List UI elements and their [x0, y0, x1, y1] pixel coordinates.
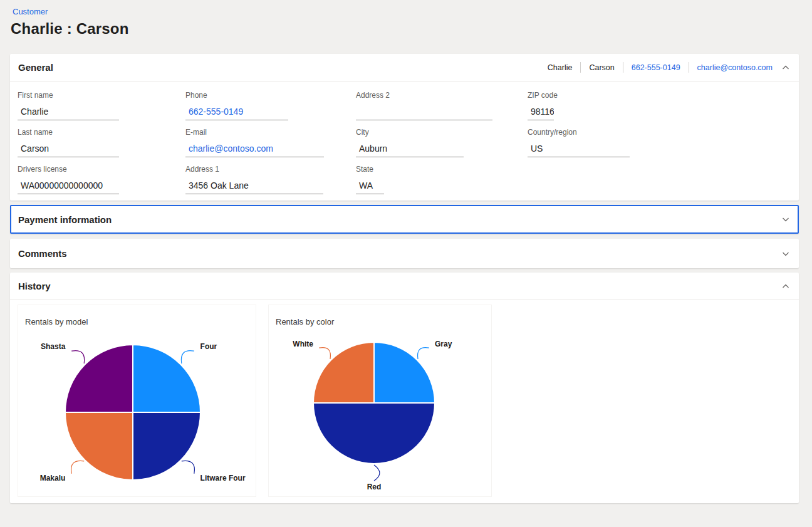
general-section-header[interactable]: General Charlie Carson 662-555-0149 char…	[10, 54, 799, 81]
field-phone: Phone 662-555-0149	[185, 91, 324, 120]
breadcrumb-customer-link[interactable]: Customer	[13, 7, 48, 16]
zip-code-input[interactable]: 98116	[528, 104, 554, 120]
first-name-input[interactable]: Charlie	[18, 104, 119, 120]
payment-information-section-card: Payment information	[10, 205, 799, 234]
field-drivers-license: Drivers license WA00000000000000	[18, 165, 119, 194]
field-label: State	[356, 165, 492, 174]
pie-leader-line-litware-four	[182, 461, 195, 473]
field-label: Address 1	[185, 165, 324, 174]
comments-section-title: Comments	[18, 248, 67, 259]
field-label: Last name	[18, 128, 119, 137]
pie-label-shasta: Shasta	[41, 342, 66, 351]
field-address-2: Address 2	[356, 91, 492, 120]
history-section-header[interactable]: History	[10, 273, 799, 300]
email-input[interactable]: charlie@contoso.com	[185, 141, 324, 157]
field-label: Address 2	[356, 91, 492, 100]
pie-leader-line-four	[181, 351, 194, 364]
field-label: City	[356, 128, 492, 137]
pie-chart-svg: GrayRedWhite	[269, 305, 491, 496]
drivers-license-input[interactable]: WA00000000000000	[18, 178, 119, 194]
pie-slice-gray[interactable]	[374, 342, 435, 403]
address-1-input[interactable]: 3456 Oak Lane	[185, 178, 323, 194]
pie-slice-makalu[interactable]	[65, 412, 133, 480]
history-section-title: History	[18, 281, 51, 291]
summary-divider	[580, 62, 581, 73]
pie-label-white: White	[293, 340, 313, 348]
payment-information-section-title: Payment information	[18, 214, 112, 225]
field-first-name: First name Charlie	[18, 91, 119, 120]
pie-chart-svg: FourLitware FourMakaluShasta	[18, 305, 256, 496]
pie-slice-litware-four[interactable]	[133, 412, 200, 480]
field-email: E-mail charlie@contoso.com	[185, 128, 324, 157]
field-address-1: Address 1 3456 Oak Lane	[185, 165, 324, 194]
field-label: Drivers license	[18, 165, 119, 174]
field-country-region: Country/region US	[528, 128, 630, 157]
history-charts-area: Rentals by model FourLitware FourMakaluS…	[10, 300, 799, 497]
pie-label-four: Four	[200, 342, 217, 351]
summary-divider	[689, 62, 689, 73]
field-city: City Auburn	[356, 128, 492, 157]
chevron-down-icon[interactable]	[781, 215, 790, 224]
pie-slice-four[interactable]	[133, 345, 200, 412]
field-label: Country/region	[528, 128, 630, 137]
country-region-input[interactable]: US	[528, 141, 630, 157]
address-2-input[interactable]	[356, 104, 492, 120]
customer-detail-page: { "colors": { "accent_blue": "#2266e3", …	[0, 0, 812, 527]
field-label: Phone	[185, 91, 324, 100]
summary-phone-link[interactable]: 662-555-0149	[632, 63, 680, 72]
pie-label-makalu: Makalu	[40, 474, 66, 483]
pie-leader-line-white	[319, 348, 330, 359]
pie-slice-white[interactable]	[313, 342, 374, 403]
general-form: First name Charlie Last name Carson Driv…	[10, 81, 799, 201]
chevron-down-icon[interactable]	[781, 249, 790, 258]
city-input[interactable]: Auburn	[356, 141, 464, 157]
pie-label-red: Red	[367, 483, 382, 491]
comments-section-header[interactable]: Comments	[10, 239, 799, 268]
page-title: Charlie : Carson	[11, 20, 129, 38]
general-section-card: General Charlie Carson 662-555-0149 char…	[10, 54, 799, 201]
history-section-card: History Rentals by model FourLitware Fou…	[10, 273, 799, 503]
pie-leader-line-gray	[418, 348, 429, 359]
chevron-up-icon[interactable]	[781, 63, 790, 72]
payment-information-section-header[interactable]: Payment information	[11, 206, 798, 232]
phone-input[interactable]: 662-555-0149	[185, 104, 288, 120]
pie-slice-shasta[interactable]	[65, 345, 133, 412]
pie-leader-line-red	[374, 465, 380, 481]
pie-leader-line-shasta	[71, 351, 84, 364]
rentals-by-color-chart: Rentals by color GrayRedWhite	[268, 305, 492, 497]
general-summary: Charlie Carson 662-555-0149 charlie@cont…	[548, 62, 773, 73]
field-state: State WA	[356, 165, 492, 194]
summary-divider	[623, 62, 623, 73]
field-zip-code: ZIP code 98116	[528, 91, 630, 120]
general-section-title: General	[18, 62, 53, 73]
pie-label-gray: Gray	[435, 340, 452, 348]
summary-first-name: Charlie	[548, 63, 573, 72]
state-input[interactable]: WA	[356, 178, 384, 194]
comments-section-card: Comments	[10, 239, 799, 268]
rentals-by-model-chart: Rentals by model FourLitware FourMakaluS…	[18, 305, 256, 497]
pie-slice-red[interactable]	[313, 403, 435, 464]
chevron-up-icon[interactable]	[781, 282, 790, 291]
pie-label-litware-four: Litware Four	[200, 474, 246, 483]
field-label: E-mail	[185, 128, 324, 137]
last-name-input[interactable]: Carson	[18, 141, 119, 157]
field-last-name: Last name Carson	[18, 128, 119, 157]
field-label: ZIP code	[528, 91, 630, 100]
pie-leader-line-makalu	[71, 461, 85, 473]
summary-email-link[interactable]: charlie@contoso.com	[697, 63, 773, 72]
summary-last-name: Carson	[589, 63, 614, 72]
main-content: General Charlie Carson 662-555-0149 char…	[10, 54, 799, 503]
field-label: First name	[18, 91, 119, 100]
